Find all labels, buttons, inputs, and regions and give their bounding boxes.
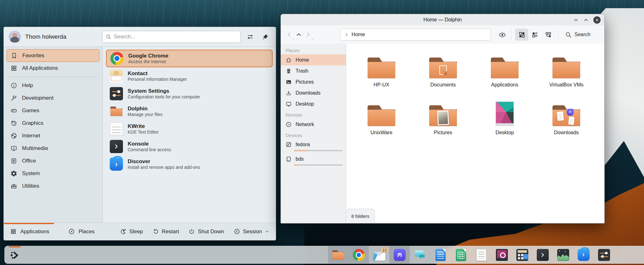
device-item-fedora[interactable]: fedora <box>281 139 346 154</box>
favorite-subtitle: Install and remove apps and add-ons <box>128 165 200 170</box>
grid-icon <box>10 65 17 72</box>
taskbar-app-mastodon[interactable] <box>389 246 410 263</box>
favorite-google-chrome[interactable]: Google Chrome Access the Internet <box>106 50 273 67</box>
places-item-desktop[interactable]: Desktop <box>281 98 346 109</box>
sidebar-item-label: System <box>22 170 40 177</box>
icons-view-button[interactable] <box>515 29 528 41</box>
sidebar-item-games[interactable]: Games <box>7 104 100 117</box>
folder-hp-ux[interactable]: HP-UX <box>351 51 412 99</box>
session-label: Session <box>243 229 262 235</box>
taskbar-app-kmail[interactable]: 10 <box>369 246 389 263</box>
favorite-subtitle: Access the Internet <box>128 59 169 64</box>
sidebar-item-label: Graphics <box>22 120 43 126</box>
folder-icon <box>552 105 580 126</box>
folder-desktop[interactable]: Desktop <box>474 99 536 147</box>
favorite-title: Kontact <box>128 70 187 77</box>
sidebar-item-graphics[interactable]: Graphics <box>7 117 100 130</box>
folder-unixware[interactable]: UnixWare <box>351 99 412 147</box>
window-title: Home — Dolphin <box>424 17 462 23</box>
places-item-trash[interactable]: Trash <box>281 65 346 76</box>
places-item-pictures[interactable]: Pictures <box>281 76 346 87</box>
location-bar[interactable]: Home <box>340 29 491 41</box>
breadcrumb[interactable]: Home <box>352 32 365 37</box>
sidebar-item-help[interactable]: Help <box>7 79 100 92</box>
favorite-kwrite[interactable]: KWrite KDE Text Editor <box>106 120 273 138</box>
preview-toggle-button[interactable] <box>497 29 508 40</box>
favorite-kontact[interactable]: Kontact Personal Information Manager <box>106 67 273 85</box>
sidebar-item-multimedia[interactable]: Multimedia <box>7 142 100 155</box>
favorite-konsole[interactable]: Konsole Command line access <box>106 138 273 155</box>
device-item-bds[interactable]: bds <box>281 154 346 168</box>
tree-view-button[interactable] <box>541 29 555 41</box>
folder-name: Applications <box>491 82 518 88</box>
taskbar-app-discover[interactable] <box>573 246 594 263</box>
sidebar-item-favorites[interactable]: Favorites <box>7 49 100 62</box>
favorite-subtitle: Configuration tools for your computer <box>128 94 200 100</box>
toolbar-separator <box>511 29 512 40</box>
folder-applications[interactable]: Applications <box>474 51 536 99</box>
taskbar-app-system-settings[interactable] <box>594 246 614 263</box>
places-item-home[interactable]: Home <box>281 54 346 65</box>
dolphin-toolbar: Home Search <box>281 25 604 44</box>
tab-places[interactable]: Places <box>68 228 95 235</box>
taskbar-app-spectacle[interactable] <box>491 246 512 263</box>
search-input[interactable] <box>114 34 237 40</box>
places-item-label: Desktop <box>296 101 314 107</box>
sidebar-item-office[interactable]: Office <box>7 155 100 167</box>
back-button[interactable] <box>285 29 294 40</box>
taskbar-app-konsole[interactable] <box>532 246 553 263</box>
places-item-network[interactable]: Network <box>281 119 346 130</box>
taskbar-app-text-editor[interactable] <box>471 246 491 263</box>
details-view-button[interactable] <box>528 29 541 41</box>
restart-button[interactable]: Restart <box>153 228 179 235</box>
folder-pictures[interactable]: Pictures <box>412 99 474 147</box>
sidebar-item-label: Multimedia <box>22 145 48 152</box>
places-item-downloads[interactable]: Downloads <box>281 87 346 98</box>
sidebar-item-all-applications[interactable]: All Applications <box>7 62 100 75</box>
search-button[interactable]: Search <box>565 31 591 38</box>
places-panel: Places Home Trash Pictures Downloads <box>281 44 346 223</box>
kwrite-icon <box>110 122 123 135</box>
sidebar-item-development[interactable]: Development <box>7 92 100 104</box>
taskbar-app-chat[interactable] <box>410 246 430 263</box>
mastodon-task-icon <box>394 249 406 261</box>
launcher-search-field[interactable] <box>102 31 241 43</box>
folder-documents[interactable]: Documents <box>412 51 474 99</box>
hammer-icon <box>10 95 17 102</box>
taskbar-app-spreadsheet[interactable] <box>451 246 471 263</box>
favorite-system-settings[interactable]: System Settings Configuration tools for … <box>106 85 273 102</box>
sidebar-item-label: Development <box>22 95 53 101</box>
minimize-button[interactable] <box>573 17 579 23</box>
sleep-button[interactable]: Sleep <box>120 228 143 235</box>
taskbar-app-kcalc[interactable] <box>512 246 532 263</box>
pin-button[interactable] <box>260 31 271 42</box>
up-button[interactable] <box>294 29 303 40</box>
taskbar-app-writer[interactable] <box>430 246 451 263</box>
folder-downloads[interactable]: Downloads <box>536 99 597 147</box>
maximize-button[interactable] <box>583 17 589 23</box>
taskbar-app-chrome[interactable] <box>348 246 369 263</box>
taskbar-app-dolphin[interactable] <box>328 246 348 263</box>
sidebar-item-label: All Applications <box>22 65 58 71</box>
application-launcher-button[interactable] <box>8 248 22 262</box>
user-avatar[interactable] <box>9 31 21 43</box>
favorite-dolphin[interactable]: Dolphin Manage your files <box>106 102 273 120</box>
configure-button[interactable] <box>245 31 256 42</box>
tab-applications[interactable]: Applications <box>10 228 49 235</box>
sidebar-item-system[interactable]: System <box>7 167 100 180</box>
wallpaper-thumbnail <box>496 102 514 126</box>
sidebar-item-utilities[interactable]: Utilities <box>7 180 100 192</box>
folder-virtualbox-vms[interactable]: VirtualBox VMs <box>536 51 597 99</box>
dolphin-titlebar[interactable]: Home — Dolphin <box>281 14 604 25</box>
discover-task-icon <box>578 249 590 261</box>
devices-section-header: Devices <box>281 130 346 139</box>
session-button[interactable]: Session <box>234 228 269 235</box>
sidebar-item-internet[interactable]: Internet <box>7 130 100 142</box>
taskbar-app-system-monitor[interactable] <box>553 246 573 263</box>
folder-grid: HP-UX Documents Applications VirtualBox … <box>351 51 597 147</box>
forward-button[interactable] <box>303 29 313 40</box>
shutdown-button[interactable]: Shut Down <box>188 228 224 235</box>
favorite-discover[interactable]: Discover Install and remove apps and add… <box>106 155 273 173</box>
chevron-right-icon <box>344 32 349 37</box>
close-button[interactable] <box>593 16 601 24</box>
